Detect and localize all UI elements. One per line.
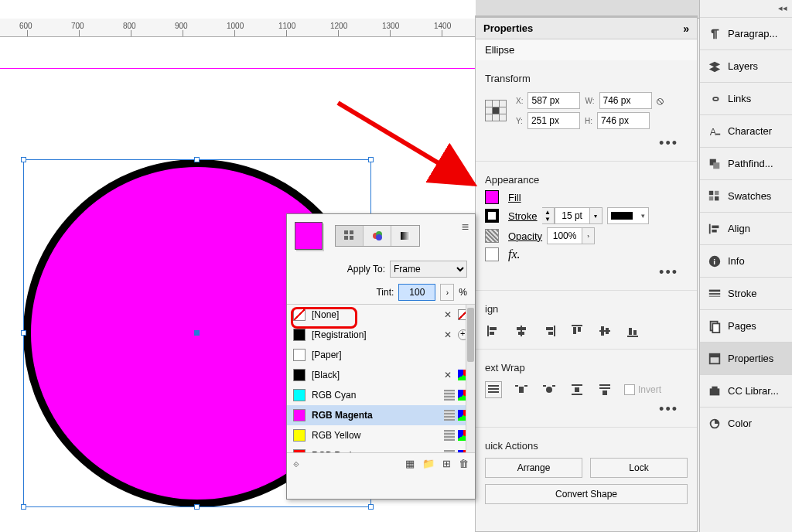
invert-row[interactable]: Invert xyxy=(624,381,661,398)
fill-swatch[interactable] xyxy=(485,190,499,204)
align-bottom-icon[interactable] xyxy=(624,322,641,339)
align-vcenter-icon[interactable] xyxy=(596,322,613,339)
panel-tab-align[interactable]: Align xyxy=(700,212,792,244)
swatch-gradient-mode-icon[interactable] xyxy=(391,226,419,246)
wrap-shape-icon[interactable] xyxy=(541,381,558,398)
ruler-label: 1300 xyxy=(382,22,399,30)
character-icon: A xyxy=(708,124,722,138)
swatch-chip xyxy=(293,449,306,452)
panel-tab-links[interactable]: Links xyxy=(700,82,792,114)
panel-tab-color[interactable]: Color xyxy=(700,407,792,439)
svg-rect-52 xyxy=(712,229,716,232)
collapse-dock-icon[interactable]: ◂◂ xyxy=(778,3,787,13)
panel-tab-pages[interactable]: Pages xyxy=(700,309,792,342)
stroke-swatch[interactable] xyxy=(485,209,499,223)
swatch-item[interactable]: RGB Magenta xyxy=(287,405,475,425)
stroke-label[interactable]: Stroke xyxy=(508,210,538,222)
svg-rect-1 xyxy=(487,326,489,336)
stroke-weight-input[interactable]: ▲▼ ▾ xyxy=(542,207,603,224)
wrap-jump-next-icon[interactable] xyxy=(596,381,613,398)
constrain-link-icon[interactable]: ⦸ xyxy=(657,94,664,107)
selection-handle[interactable] xyxy=(21,157,26,162)
invert-checkbox[interactable] xyxy=(624,384,635,395)
panel-tab-label: Character xyxy=(728,125,772,137)
svg-rect-32 xyxy=(599,387,610,389)
align-left-icon[interactable] xyxy=(485,322,502,339)
align-hcenter-icon[interactable] xyxy=(513,322,530,339)
selection-handle[interactable] xyxy=(194,157,200,162)
fill-row[interactable]: Fill xyxy=(485,190,688,204)
svg-rect-16 xyxy=(627,336,638,337)
swatch-item[interactable]: RGB Cyan xyxy=(287,385,475,405)
fx-label[interactable]: fx. xyxy=(508,247,521,261)
panel-tab-stroke[interactable]: Stroke xyxy=(700,277,792,309)
swatch-item[interactable]: RGB Red xyxy=(287,445,475,452)
tint-unit: % xyxy=(459,287,467,298)
panel-tab-properties[interactable]: Properties xyxy=(700,342,792,374)
selection-handle-center[interactable] xyxy=(194,330,200,336)
panel-tab-label: Paragrap... xyxy=(728,28,777,39)
swatch-grid-mode-icon[interactable] xyxy=(336,226,364,246)
apply-to-dropdown[interactable]: Frame xyxy=(390,261,467,278)
swatch-name: RGB Yellow xyxy=(312,430,360,441)
horizontal-guide[interactable] xyxy=(0,68,476,69)
panel-tab-character[interactable]: ACharacter xyxy=(700,114,792,147)
delete-swatch-icon[interactable]: 🗑 xyxy=(459,458,469,469)
panel-menu-icon[interactable]: » xyxy=(683,22,689,35)
ruler-label: 1000 xyxy=(227,22,244,30)
swatch-item[interactable]: RGB Yellow xyxy=(287,425,475,445)
tint-slider-icon[interactable]: › xyxy=(440,284,454,301)
align-top-icon[interactable] xyxy=(568,322,585,339)
panel-tab-cclib[interactable]: CC Librar... xyxy=(700,374,792,407)
swatch-item[interactable]: [Black]✕ xyxy=(287,365,475,385)
ruler-label: 600 xyxy=(19,22,32,30)
current-fill-swatch[interactable] xyxy=(295,222,323,250)
svg-rect-56 xyxy=(709,293,720,295)
scrollbar-thumb[interactable] xyxy=(467,308,474,362)
wrap-jump-icon[interactable] xyxy=(568,381,585,398)
swatch-color-mode-icon[interactable] xyxy=(364,226,391,246)
swatch-item[interactable]: [Paper] xyxy=(287,345,475,365)
more-options-icon[interactable]: ••• xyxy=(485,264,688,284)
more-options-icon[interactable]: ••• xyxy=(485,401,688,421)
fx-row[interactable]: fx. xyxy=(485,247,688,261)
panel-tab-info[interactable]: iInfo xyxy=(700,244,792,277)
h-input[interactable] xyxy=(597,112,650,129)
fill-label[interactable]: Fill xyxy=(508,192,521,203)
swatch-scrollbar[interactable] xyxy=(466,305,475,452)
panel-tab-swatches[interactable]: Swatches xyxy=(700,179,792,212)
swatch-grid-view-icon[interactable]: ▦ xyxy=(405,458,415,469)
panel-menu-icon[interactable]: ≡ xyxy=(462,220,469,234)
arrange-button[interactable]: Arrange xyxy=(485,458,582,478)
align-section: ign xyxy=(476,290,697,349)
swatch-name: RGB Cyan xyxy=(312,390,356,401)
new-swatch-from-icon[interactable]: ⟐ xyxy=(293,458,299,469)
selection-handle[interactable] xyxy=(368,504,374,510)
new-swatch-icon[interactable]: ⊞ xyxy=(442,458,451,469)
w-input[interactable] xyxy=(599,92,652,109)
wrap-bounding-icon[interactable] xyxy=(513,381,530,398)
tint-input[interactable] xyxy=(398,284,435,301)
panel-tab-pathfinder[interactable]: Pathfind... xyxy=(700,147,792,179)
y-input[interactable] xyxy=(527,112,580,129)
align-right-icon[interactable] xyxy=(541,322,558,339)
stroke-style-dropdown[interactable]: ▾ xyxy=(607,207,649,224)
selection-handle[interactable] xyxy=(21,504,26,510)
lock-button[interactable]: Lock xyxy=(590,458,688,478)
opacity-input[interactable]: › xyxy=(547,227,595,244)
svg-rect-14 xyxy=(601,326,604,336)
panel-tab-label: Pathfind... xyxy=(728,158,773,169)
panel-tab-layers[interactable]: Layers xyxy=(700,49,792,82)
selection-handle[interactable] xyxy=(194,504,200,510)
wrap-none-icon[interactable] xyxy=(485,381,502,398)
fx-swatch-icon xyxy=(485,247,499,261)
new-folder-icon[interactable]: 📁 xyxy=(422,458,435,469)
properties-tab[interactable]: Properties » xyxy=(476,18,697,39)
x-input[interactable] xyxy=(527,92,580,109)
opacity-label[interactable]: Opacity xyxy=(508,230,542,242)
convert-shape-button[interactable]: Convert Shape xyxy=(485,484,688,504)
more-options-icon[interactable]: ••• xyxy=(485,135,688,155)
panel-tab-paragraph[interactable]: Paragrap... xyxy=(700,17,792,49)
swatch-view-mode[interactable] xyxy=(335,225,420,247)
selection-handle[interactable] xyxy=(21,330,26,336)
